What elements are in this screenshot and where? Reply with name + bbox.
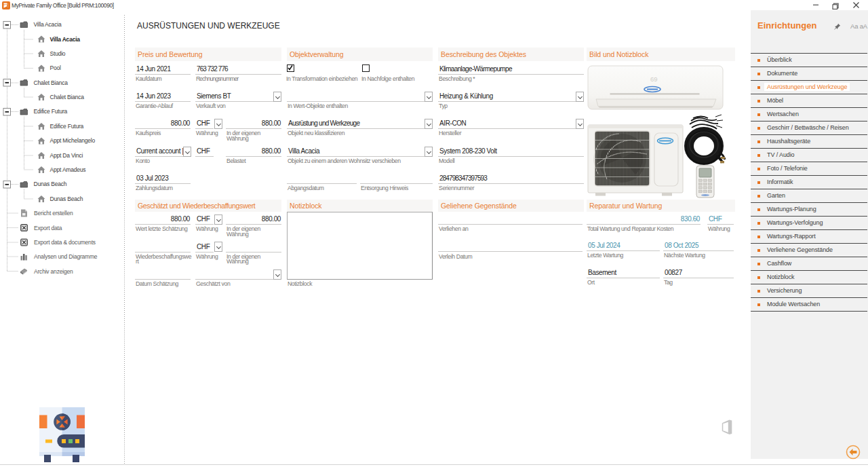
svg-text:69: 69 bbox=[650, 75, 658, 83]
